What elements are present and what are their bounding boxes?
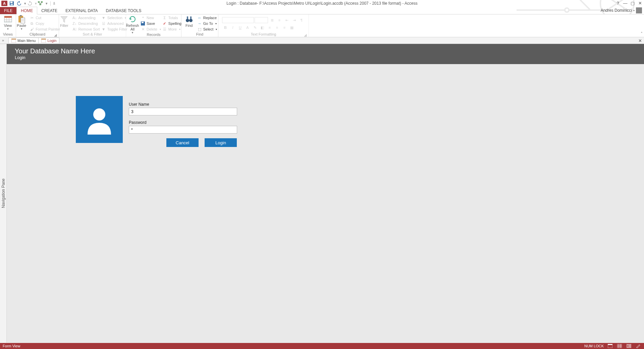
- svg-rect-17: [21, 18, 25, 23]
- spelling-button[interactable]: ✓Spelling: [162, 21, 181, 26]
- quick-access-toolbar: A ▾ ▾ ▾ ⥥ Login : Database- F:\Access Pr…: [0, 0, 644, 7]
- textfmt-dialog-launcher-icon[interactable]: ◢: [304, 33, 307, 36]
- indent-inc-icon[interactable]: ⇥: [291, 17, 298, 23]
- relationships-icon[interactable]: [38, 0, 44, 6]
- copy-button[interactable]: ⧉Copy: [30, 21, 60, 26]
- selection-button[interactable]: ▼Selection▾: [101, 15, 127, 20]
- qat-customize-caret[interactable]: ⥥: [50, 1, 56, 6]
- form-canvas: Your Database Name Here Login User Name …: [7, 44, 644, 343]
- qat-caret-3[interactable]: ▾: [46, 1, 48, 6]
- scissors-icon: ✂: [30, 15, 34, 20]
- account-avatar-icon: [636, 7, 642, 13]
- numlock-indicator: NUM LOCK: [584, 344, 604, 348]
- status-left: Form View: [3, 344, 20, 348]
- svg-rect-16: [20, 15, 22, 16]
- redo-icon[interactable]: [27, 0, 33, 6]
- doctab-main-menu[interactable]: Main Menu: [8, 38, 39, 43]
- select-button[interactable]: ⬚Select▾: [197, 27, 217, 32]
- datasheet-icon: [4, 15, 12, 23]
- fill-color-icon[interactable]: ◧: [259, 24, 266, 31]
- numbering-icon[interactable]: ≡: [276, 17, 283, 23]
- italic-icon[interactable]: I: [229, 24, 236, 31]
- font-family-combo[interactable]: [222, 17, 254, 23]
- tab-create[interactable]: CREATE: [37, 7, 61, 14]
- align-right-icon[interactable]: ≡: [281, 24, 288, 31]
- group-label-textfmt: Text Formatting: [251, 32, 276, 37]
- goto-button[interactable]: →Go To▾: [197, 21, 217, 26]
- login-button[interactable]: Login: [205, 138, 237, 147]
- password-label: Password: [129, 120, 237, 125]
- delete-icon: ✕: [141, 27, 145, 32]
- font-color-icon[interactable]: A: [244, 24, 251, 31]
- cancel-button[interactable]: Cancel: [166, 138, 199, 147]
- qat-caret-1[interactable]: ▾: [24, 1, 26, 6]
- tab-home[interactable]: HOME: [16, 7, 37, 14]
- group-label-find: Find: [196, 32, 203, 37]
- close-icon[interactable]: ✕: [637, 1, 643, 6]
- paste-icon: [17, 15, 25, 23]
- save-record-button[interactable]: Save: [141, 21, 161, 26]
- ascending-button[interactable]: A↓Ascending: [72, 15, 100, 20]
- login-panel: User Name Password Cancel Login: [76, 96, 237, 147]
- highlight-icon[interactable]: ✎: [252, 24, 258, 31]
- password-input[interactable]: [129, 126, 237, 134]
- save-icon[interactable]: [9, 0, 15, 6]
- view-button[interactable]: View ▼: [1, 15, 15, 31]
- save-rec-icon: [141, 21, 145, 26]
- font-size-combo[interactable]: [255, 17, 268, 23]
- new-record-button[interactable]: ＊New: [141, 15, 161, 20]
- nav-expand-icon[interactable]: »: [2, 38, 4, 42]
- totals-button[interactable]: ΣTotals: [162, 15, 181, 20]
- delete-record-button[interactable]: ✕Delete▾: [141, 27, 161, 32]
- username-input[interactable]: [129, 108, 237, 115]
- close-tab-icon[interactable]: ✕: [638, 38, 642, 43]
- more-icon: ☰: [162, 27, 167, 32]
- remove-sort-button[interactable]: A⃠Remove Sort: [72, 27, 100, 32]
- qat-caret-2[interactable]: ▾: [35, 1, 37, 6]
- datasheet-view-icon[interactable]: [616, 344, 623, 348]
- toggle-filter-button[interactable]: ▼Toggle Filter: [101, 27, 127, 32]
- svg-point-24: [189, 19, 193, 22]
- format-painter-button[interactable]: 🖌Format Painter: [30, 27, 60, 32]
- gridlines-icon[interactable]: ▦: [288, 24, 295, 31]
- ribbon-tab-strip: FILE HOME CREATE EXTERNAL DATA DATABASE …: [0, 7, 644, 14]
- find-button[interactable]: Find: [182, 15, 196, 28]
- descending-button[interactable]: Z↓Descending: [72, 21, 100, 26]
- goto-icon: →: [197, 21, 202, 26]
- tab-dbtools[interactable]: DATABASE TOOLS: [102, 7, 146, 14]
- bold-icon[interactable]: B: [222, 24, 229, 31]
- more-records-button[interactable]: ☰More▾: [162, 27, 181, 32]
- ribbon-collapse-icon[interactable]: ˄: [641, 32, 643, 36]
- replace-button[interactable]: ↔Replace: [197, 15, 217, 20]
- work-area: Navigation Pane Your Database Name Here …: [0, 44, 644, 343]
- restore-icon[interactable]: ▢: [630, 1, 635, 6]
- clipboard-dialog-launcher-icon[interactable]: ◢: [54, 33, 57, 36]
- cut-button[interactable]: ✂Cut: [30, 15, 60, 20]
- bullets-icon[interactable]: ≣: [269, 17, 275, 23]
- text-dir-icon[interactable]: ¶: [298, 17, 305, 23]
- navigation-pane-collapsed[interactable]: Navigation Pane: [0, 44, 7, 343]
- indent-dec-icon[interactable]: ⇤: [283, 17, 290, 23]
- form-view-icon[interactable]: [607, 344, 613, 348]
- tab-external[interactable]: EXTERNAL DATA: [61, 7, 102, 14]
- advanced-button[interactable]: ☱Advanced▾: [101, 21, 127, 26]
- layout-view-icon[interactable]: [626, 344, 632, 348]
- minimize-icon[interactable]: —: [623, 1, 628, 6]
- svg-rect-10: [4, 16, 12, 18]
- tab-file[interactable]: FILE: [0, 7, 16, 14]
- access-app-icon: A: [1, 0, 7, 6]
- account-menu[interactable]: Andres Dominicci ▾: [601, 7, 642, 13]
- refresh-all-button[interactable]: RefreshAll ▼: [126, 15, 139, 34]
- undo-icon[interactable]: [16, 0, 22, 6]
- design-view-icon[interactable]: [635, 344, 641, 348]
- help-icon[interactable]: ?: [615, 1, 621, 6]
- align-center-icon[interactable]: ≡: [274, 24, 280, 31]
- svg-rect-25: [187, 16, 188, 19]
- doctab-login[interactable]: Login: [38, 38, 59, 43]
- filter-button[interactable]: Filter: [57, 15, 71, 28]
- underline-icon[interactable]: U: [237, 24, 244, 31]
- binoculars-icon: [185, 15, 193, 23]
- paste-button[interactable]: Paste ▼: [15, 15, 28, 31]
- align-left-icon[interactable]: ≡: [266, 24, 273, 31]
- spelling-icon: ✓: [162, 21, 167, 26]
